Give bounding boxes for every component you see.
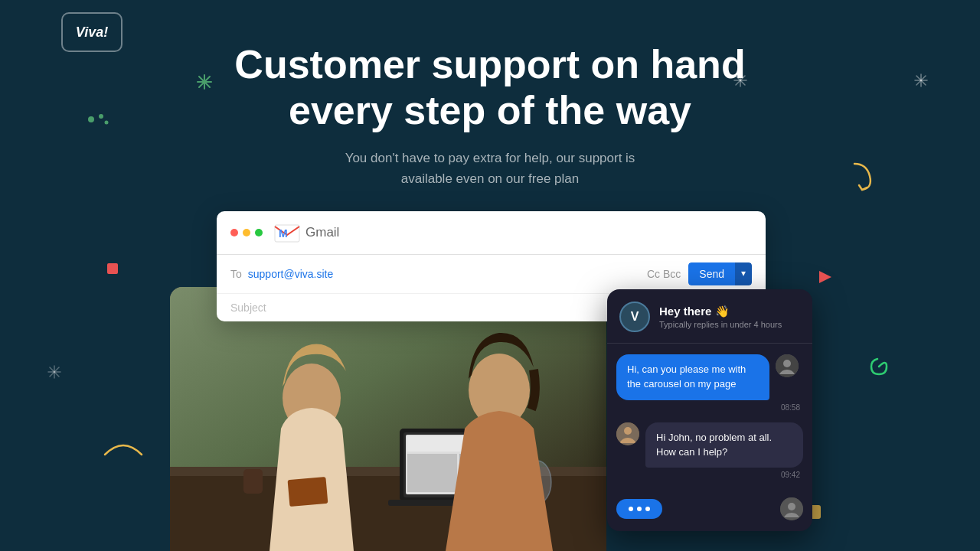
- gmail-to-row: To support@viva.site Cc Bcc Send ▾: [217, 255, 766, 294]
- deco-arrow: [851, 161, 873, 197]
- chat-bubble-1: Hi, can you please me with the carousel …: [616, 354, 769, 400]
- deco-dots-green: [87, 113, 109, 129]
- chat-bubble-2: Hi John, no problem at all. How can I he…: [645, 422, 803, 468]
- gmail-send-arrow[interactable]: ▾: [735, 262, 752, 285]
- deco-spiral: [867, 354, 891, 385]
- gmail-window-dots: [230, 229, 263, 236]
- chat-support-avatar: [616, 422, 639, 445]
- svg-point-2: [105, 121, 109, 125]
- gmail-send-group[interactable]: Send ▾: [688, 262, 752, 285]
- svg-rect-37: [243, 469, 263, 494]
- svg-point-43: [788, 503, 795, 510]
- chat-header-text: Hey there 👋 Typically replies in under 4…: [659, 305, 800, 329]
- deco-semicircle: [103, 435, 143, 459]
- chat-msg-row-1: Hi, can you please me with the carousel …: [616, 354, 803, 400]
- chat-widget: V Hey there 👋 Typically replies in under…: [607, 289, 812, 531]
- gmail-top-bar: M Gmail: [217, 211, 766, 255]
- header-section: Customer support on hand every step of t…: [0, 42, 980, 189]
- chat-message-1: Hi, can you please me with the carousel …: [616, 354, 803, 412]
- chat-footer: [607, 490, 812, 531]
- svg-rect-36: [288, 477, 328, 507]
- gmail-dot-maximize: [255, 229, 263, 236]
- gmail-to-label: To: [230, 268, 242, 280]
- gmail-dot-minimize: [243, 229, 250, 236]
- typing-dot-3: [645, 507, 650, 511]
- main-title: Customer support on hand every step of t…: [0, 42, 980, 134]
- typing-dot-1: [629, 507, 633, 511]
- deco-red-rect: [107, 263, 118, 274]
- gmail-to-email: support@viva.site: [248, 268, 647, 280]
- chat-reply-time: Typically replies in under 4 hours: [659, 320, 800, 329]
- chat-brand-avatar: V: [619, 302, 650, 332]
- svg-point-41: [624, 427, 632, 435]
- chat-timestamp-2: 09:42: [781, 471, 803, 479]
- deco-cross-bottom: [47, 365, 61, 383]
- chat-typing-indicator: [616, 499, 662, 519]
- svg-rect-31: [407, 454, 457, 492]
- photo-section: [170, 287, 606, 551]
- chat-body: Hi, can you please me with the carousel …: [607, 344, 812, 490]
- chat-message-2: Hi John, no problem at all. How can I he…: [616, 422, 803, 480]
- gmail-label: Gmail: [305, 225, 339, 240]
- chat-timestamp-1: 08:58: [781, 403, 803, 412]
- photo-background: [170, 287, 606, 551]
- chat-msg-row-2: Hi John, no problem at all. How can I he…: [616, 422, 803, 468]
- subtitle: You don't have to pay extra for help, ou…: [0, 148, 980, 189]
- gmail-logo: M Gmail: [273, 222, 752, 243]
- typing-dot-2: [637, 507, 642, 511]
- chat-header: V Hey there 👋 Typically replies in under…: [607, 289, 812, 344]
- svg-point-0: [88, 116, 94, 122]
- deco-cross-3: [914, 73, 928, 91]
- svg-text:M: M: [279, 227, 288, 240]
- deco-triangle: [819, 271, 831, 285]
- chat-user-avatar-1: [776, 354, 799, 377]
- gmail-dot-close: [230, 229, 238, 236]
- chat-user-avatar-bottom: [780, 497, 803, 520]
- deco-cross-2: [733, 73, 747, 91]
- logo-text: Viva!: [76, 24, 108, 41]
- chat-greeting: Hey there 👋: [659, 305, 800, 318]
- svg-marker-15: [819, 271, 831, 283]
- svg-point-1: [99, 114, 103, 119]
- gmail-send-button[interactable]: Send: [688, 262, 735, 285]
- deco-cross-1: [196, 73, 213, 94]
- gmail-cc-bcc: Cc Bcc: [647, 268, 681, 280]
- svg-point-39: [783, 360, 791, 367]
